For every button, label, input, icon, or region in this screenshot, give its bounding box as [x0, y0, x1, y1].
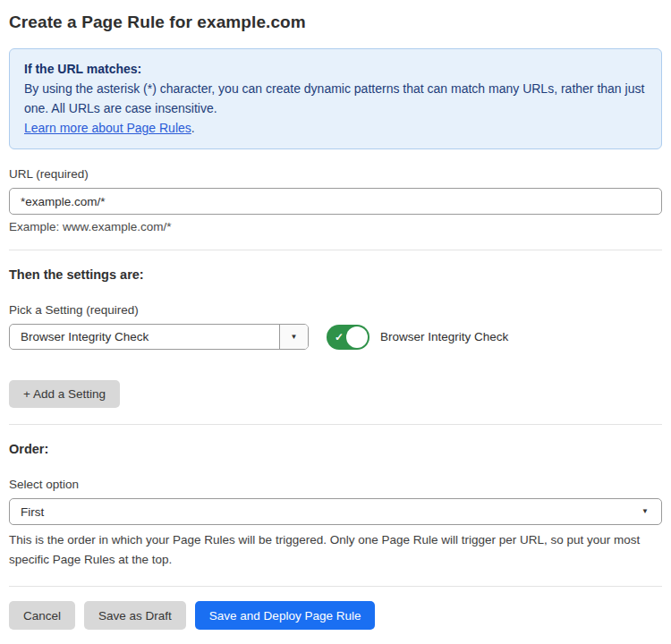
check-icon: ✓ [335, 331, 344, 343]
footer-actions: Cancel Save as Draft Save and Deploy Pag… [9, 601, 662, 630]
divider-after-settings [9, 424, 662, 425]
order-section-heading: Order: [9, 442, 662, 456]
create-page-rule-form: Create a Page Rule for example.com If th… [0, 0, 671, 630]
chevron-down-icon: ▼ [291, 334, 298, 341]
browser-integrity-toggle[interactable]: ✓ [327, 325, 369, 350]
url-match-info-box: If the URL matches: By using the asteris… [9, 48, 662, 149]
url-example-helper: Example: www.example.com/* [9, 220, 662, 233]
page-title: Create a Page Rule for example.com [9, 13, 662, 32]
learn-more-page-rules-link[interactable]: Learn more about Page Rules [24, 121, 191, 135]
link-period: . [191, 121, 195, 135]
setting-row: Browser Integrity Check ▼ ✓ Browser Inte… [9, 324, 662, 350]
save-and-deploy-button[interactable]: Save and Deploy Page Rule [195, 601, 376, 630]
setting-select[interactable]: Browser Integrity Check ▼ [9, 324, 309, 350]
info-box-body: By using the asterisk (*) character, you… [24, 79, 647, 118]
pick-setting-label: Pick a Setting (required) [9, 303, 662, 317]
cancel-button[interactable]: Cancel [9, 601, 75, 630]
info-link-row: Learn more about Page Rules. [24, 118, 647, 138]
toggle-knob [346, 326, 368, 348]
url-label: URL (required) [9, 167, 662, 181]
order-helper-text: This is the order in which your Page Rul… [9, 530, 662, 570]
toggle-label: Browser Integrity Check [380, 330, 508, 343]
order-select-label: Select option [9, 478, 662, 491]
setting-select-arrow-button[interactable]: ▼ [279, 325, 308, 349]
setting-select-value: Browser Integrity Check [10, 330, 279, 343]
divider-before-footer [9, 586, 662, 587]
divider-after-url [9, 250, 662, 250]
add-setting-button[interactable]: + Add a Setting [9, 380, 120, 408]
order-select[interactable]: First ▼ [9, 498, 662, 525]
chevron-down-icon: ▼ [641, 508, 649, 515]
info-box-heading: If the URL matches: [24, 59, 647, 79]
save-as-draft-button[interactable]: Save as Draft [84, 601, 186, 630]
order-select-value: First [21, 505, 44, 519]
url-input[interactable] [9, 188, 662, 215]
settings-section-heading: Then the settings are: [9, 267, 662, 282]
